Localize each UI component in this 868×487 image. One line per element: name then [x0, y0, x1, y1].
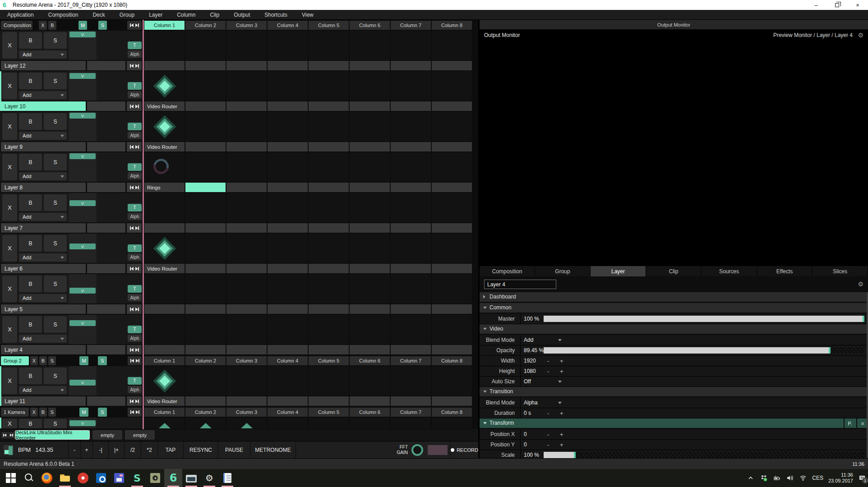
- layer-close-button[interactable]: X: [2, 368, 17, 394]
- clip-slot[interactable]: [432, 366, 472, 395]
- clip-slot[interactable]: [350, 152, 390, 182]
- gear-icon[interactable]: [858, 30, 863, 41]
- layer-bypass-button[interactable]: B: [19, 276, 42, 292]
- layer-transport[interactable]: [127, 396, 142, 406]
- clip-slot[interactable]: [391, 234, 431, 263]
- clip-name[interactable]: [350, 345, 390, 354]
- layer-fader-handle[interactable]: V: [69, 320, 96, 326]
- layer-bypass-button[interactable]: B: [19, 154, 42, 170]
- clip-name[interactable]: [268, 345, 308, 354]
- close-button[interactable]: ×: [847, 0, 868, 10]
- clip-name[interactable]: [185, 183, 226, 192]
- clip-slot[interactable]: [268, 193, 308, 222]
- tab-slices[interactable]: Slices: [813, 266, 868, 276]
- layer-blend-dropdown[interactable]: Add: [19, 253, 67, 262]
- column-header-8[interactable]: Column 8: [432, 408, 472, 417]
- clip-slot[interactable]: [391, 112, 431, 141]
- clip-name[interactable]: [391, 142, 431, 152]
- clip-name[interactable]: [226, 61, 267, 70]
- transport-button-[interactable]: -: [69, 441, 81, 458]
- clip-slot[interactable]: [185, 193, 226, 222]
- clip-slot[interactable]: [350, 112, 390, 141]
- property-value[interactable]: Off: [524, 377, 531, 387]
- layer-alpha-button[interactable]: Alph: [128, 294, 142, 301]
- layer-fader[interactable]: V: [69, 152, 97, 182]
- layer-blend-dropdown[interactable]: Add: [19, 335, 67, 343]
- clip-name[interactable]: [391, 304, 431, 314]
- clip-slot[interactable]: [226, 418, 267, 428]
- clip-slot[interactable]: [185, 366, 226, 395]
- record-button[interactable]: RECORD: [450, 441, 478, 458]
- layer-fader-handle[interactable]: V: [69, 73, 96, 79]
- clip-name[interactable]: [185, 101, 226, 111]
- clip-slot[interactable]: [432, 234, 472, 263]
- clip-slot[interactable]: [226, 315, 267, 344]
- layer-fader[interactable]: V: [69, 234, 97, 263]
- layer-fader[interactable]: V: [69, 274, 97, 303]
- clip-slot[interactable]: [185, 71, 226, 101]
- clip-slot[interactable]: [185, 112, 226, 141]
- clip-slot[interactable]: [185, 418, 226, 428]
- layer-solo-button[interactable]: S: [44, 73, 67, 89]
- clip-slot[interactable]: [268, 366, 308, 395]
- dropbox-icon[interactable]: [760, 474, 768, 482]
- column-header-2[interactable]: Column 2: [185, 21, 226, 30]
- deck-tab3[interactable]: empty: [125, 430, 155, 440]
- decrement-button[interactable]: -: [547, 356, 549, 366]
- clip-name[interactable]: [226, 264, 267, 273]
- clip-name[interactable]: [309, 396, 349, 406]
- clip-slot[interactable]: [309, 234, 349, 263]
- increment-button[interactable]: +: [560, 440, 563, 450]
- clip-name[interactable]: [350, 61, 390, 70]
- layer-trigger-button[interactable]: T: [128, 377, 142, 385]
- section-video[interactable]: Video: [480, 324, 868, 334]
- group-solo2-button[interactable]: S: [98, 356, 107, 365]
- composition-label[interactable]: Composition: [1, 21, 32, 30]
- clip-name[interactable]: [226, 223, 267, 233]
- layer-solo-button[interactable]: S: [44, 194, 67, 211]
- transport-button-pause[interactable]: PAUSE: [218, 441, 250, 458]
- layer-bypass-button[interactable]: B: [19, 32, 42, 49]
- layer-fader-handle[interactable]: V: [69, 244, 96, 249]
- layer-trigger-button[interactable]: T: [128, 244, 142, 252]
- clip-name[interactable]: [185, 396, 226, 406]
- column-header-5[interactable]: Column 5: [309, 21, 349, 30]
- clip-name[interactable]: [309, 304, 349, 314]
- group-bypass-button[interactable]: B: [39, 408, 47, 417]
- clip-slot[interactable]: [391, 31, 431, 60]
- clip-name[interactable]: [391, 101, 431, 111]
- layer-fader[interactable]: V: [69, 366, 97, 395]
- tray-clock[interactable]: 11:3623.09.2017: [828, 472, 853, 484]
- layer-fader-handle[interactable]: V: [69, 153, 96, 159]
- clip-slot[interactable]: [268, 234, 308, 263]
- composition-mute-button[interactable]: M: [78, 21, 87, 30]
- clip-name[interactable]: [309, 101, 349, 111]
- column-header-4[interactable]: Column 4: [268, 408, 308, 417]
- layer-alpha-button[interactable]: Alph: [128, 132, 142, 139]
- clip-slot[interactable]: [391, 315, 431, 344]
- skip-back-button[interactable]: [1, 432, 8, 438]
- clip-slot[interactable]: [391, 71, 431, 101]
- column-header-1[interactable]: Column 1: [144, 408, 185, 417]
- clip-name[interactable]: [144, 345, 185, 354]
- layer-close-button[interactable]: X: [2, 194, 17, 221]
- deck-tab2[interactable]: empty: [92, 430, 122, 440]
- layer-close-button[interactable]: X: [2, 419, 17, 428]
- tab-group[interactable]: Group: [535, 266, 591, 276]
- clip-name[interactable]: [268, 142, 308, 152]
- clip-name[interactable]: [226, 345, 267, 354]
- layer-trigger-button[interactable]: T: [128, 123, 142, 130]
- group-label[interactable]: Group 2: [1, 356, 29, 365]
- group-solo-button[interactable]: S: [48, 356, 56, 365]
- layer-transport[interactable]: [127, 223, 142, 233]
- menu-deck[interactable]: Deck: [85, 10, 112, 20]
- clip-slot[interactable]: [391, 366, 431, 395]
- clip-slot[interactable]: [309, 71, 349, 101]
- clip-name[interactable]: [309, 183, 349, 192]
- clip-name[interactable]: [309, 264, 349, 273]
- menu-clip[interactable]: Clip: [203, 10, 227, 20]
- layer-transport[interactable]: [127, 142, 142, 152]
- clip-slot[interactable]: [350, 274, 390, 303]
- layer-close-button[interactable]: X: [2, 113, 17, 140]
- transport-button-metronome[interactable]: METRONOME: [250, 441, 296, 458]
